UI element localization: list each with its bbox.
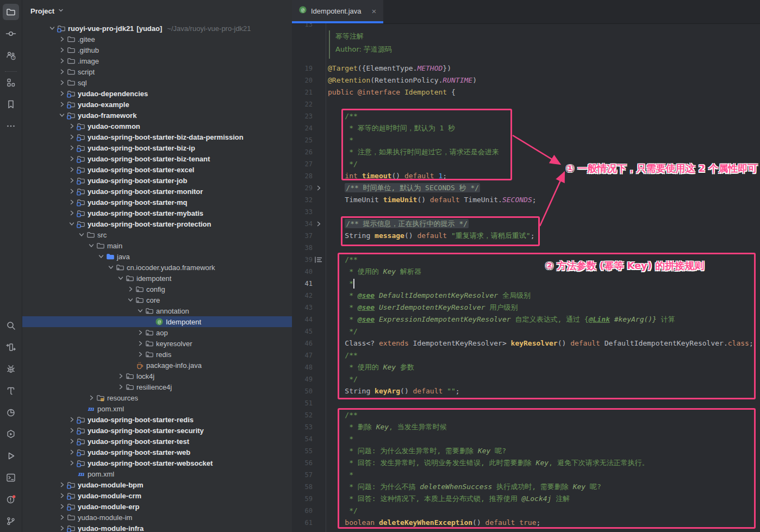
tree-item-java[interactable]: java	[22, 251, 292, 262]
tree-item-resources[interactable]: resources	[22, 392, 292, 403]
chevron-down-icon[interactable]	[116, 275, 126, 281]
build-icon[interactable]	[0, 380, 22, 402]
tree-item-yudao-module-erp[interactable]: yudao-module-erp	[22, 501, 292, 512]
tree-item-yudao-spring-boot-starter-websocket[interactable]: yudao-spring-boot-starter-websocket	[22, 458, 292, 468]
code-line[interactable]: 48 * 使用的 Key 参数	[292, 361, 760, 373]
code-line[interactable]: 33	[292, 206, 760, 218]
tree-item--gitee[interactable]: .gitee	[22, 34, 292, 45]
chevron-right-icon[interactable]	[57, 47, 67, 53]
code-line[interactable]: 61 boolean deleteKeyWhenException() defa…	[292, 517, 760, 529]
structure-icon[interactable]	[0, 72, 22, 93]
code-area[interactable]: 13幂等注解Author: 芋道源码19@Target({ElementType…	[292, 23, 760, 532]
code-line[interactable]: 60 */	[292, 505, 760, 517]
tree-item-config[interactable]: config	[22, 284, 292, 295]
chevron-right-icon[interactable]	[67, 123, 77, 129]
tree-item-annotation[interactable]: annotation	[22, 305, 292, 316]
chevron-right-icon[interactable]	[57, 36, 67, 42]
tree-item-src[interactable]: src	[22, 229, 292, 240]
code-line[interactable]: 21public @interface Idempotent {	[292, 86, 760, 98]
code-line[interactable]: 53 * 删除 Key, 当发生异常时候	[292, 421, 760, 433]
tree-item-keyresolver[interactable]: keyresolver	[22, 338, 292, 349]
transfer-icon[interactable]	[0, 336, 22, 358]
chevron-right-icon[interactable]	[135, 340, 145, 347]
code-line[interactable]: 34 /** 提示信息，正在执行中的提示 */	[292, 218, 760, 230]
gutter-lines-icon[interactable]	[313, 254, 325, 266]
tree-item-yudao-spring-boot-starter-excel[interactable]: yudao-spring-boot-starter-excel	[22, 164, 292, 175]
pull-requests-icon[interactable]: ?	[0, 45, 22, 66]
more-icon[interactable]	[0, 115, 22, 137]
tree-item-yudao-spring-boot-starter-security[interactable]: yudao-spring-boot-starter-security	[22, 425, 292, 436]
code-line[interactable]: 41 *	[292, 278, 760, 290]
chevron-right-icon[interactable]	[67, 449, 77, 455]
chevron-right-icon[interactable]	[116, 373, 126, 379]
tree-item-yudao-framework[interactable]: yudao-framework	[22, 110, 292, 121]
code-line[interactable]: 22	[292, 98, 760, 110]
code-line[interactable]: 58 * 问题: 为什么不搞 deleteWhenSuccess 执行成功时, …	[292, 481, 760, 493]
tree-item-yudao-module-crm[interactable]: yudao-module-crm	[22, 490, 292, 501]
run-icon[interactable]	[0, 445, 22, 467]
code-line[interactable]: 19@Target({ElementType.METHOD})	[292, 62, 760, 74]
code-line[interactable]: 55 * 问题: 为什么发生异常时, 需要删除 Key 呢?	[292, 445, 760, 457]
tree-item-yudao-dependencies[interactable]: yudao-dependencies	[22, 88, 292, 99]
search-icon[interactable]	[0, 315, 22, 336]
tree-item-idempotent[interactable]: @Idempotent	[22, 316, 292, 327]
chevron-right-icon[interactable]	[57, 68, 67, 75]
fold-arrow-icon[interactable]	[313, 182, 325, 194]
chevron-right-icon[interactable]	[57, 481, 67, 488]
code-line[interactable]: 20@Retention(RetentionPolicy.RUNTIME)	[292, 74, 760, 86]
tree-item--github[interactable]: .github	[22, 45, 292, 55]
code-line[interactable]: 37 String message() default "重复请求，请稍后重试"…	[292, 230, 760, 242]
tree-item-yudao-common[interactable]: yudao-common	[22, 121, 292, 132]
profiler-icon[interactable]	[0, 402, 22, 423]
tree-item-yudao-spring-boot-starter-biz-ip[interactable]: yudao-spring-boot-starter-biz-ip	[22, 142, 292, 153]
chevron-right-icon[interactable]	[67, 188, 77, 195]
tree-item-ruoyi-vue-pro-jdk21[interactable]: ruoyi-vue-pro-jdk21[yudao]~/Java/ruoyi-v…	[22, 23, 292, 34]
tree-item-yudao-spring-boot-starter-job[interactable]: yudao-spring-boot-starter-job	[22, 175, 292, 186]
code-line[interactable]: 57 *	[292, 469, 760, 481]
chevron-down-icon[interactable]	[67, 221, 77, 227]
chevron-right-icon[interactable]	[57, 492, 67, 499]
code-line[interactable]: 42 * @see DefaultIdempotentKeyResolver 全…	[292, 290, 760, 302]
code-line[interactable]: 38	[292, 242, 760, 254]
chevron-right-icon[interactable]	[135, 329, 145, 336]
tree-item-yudao-example[interactable]: yudao-example	[22, 99, 292, 110]
code-line[interactable]: 50 String keyArg() default "";	[292, 385, 760, 397]
fold-arrow-icon[interactable]	[313, 218, 325, 230]
debug-icon[interactable]	[0, 358, 22, 380]
code-line[interactable]: 52 /**	[292, 409, 760, 421]
tree-item-main[interactable]: main	[22, 240, 292, 251]
chevron-right-icon[interactable]	[57, 58, 67, 64]
code-line[interactable]: 25 *	[292, 134, 760, 146]
chevron-right-icon[interactable]	[116, 384, 126, 390]
tree-item-yudao-spring-boot-starter-mybatis[interactable]: yudao-spring-boot-starter-mybatis	[22, 208, 292, 218]
code-line[interactable]: 43 * @see UserIdempotentKeyResolver 用户级别	[292, 302, 760, 314]
chevron-right-icon[interactable]	[57, 525, 67, 531]
code-line[interactable]: 51	[292, 397, 760, 409]
tree-item-yudao-spring-boot-starter-monitor[interactable]: yudao-spring-boot-starter-monitor	[22, 186, 292, 197]
code-line[interactable]: 49 */	[292, 373, 760, 385]
chevron-down-icon[interactable]	[106, 264, 116, 271]
chevron-right-icon[interactable]	[67, 438, 77, 445]
problems-icon[interactable]	[0, 489, 22, 510]
tree-item-yudao-spring-boot-starter-web[interactable]: yudao-spring-boot-starter-web	[22, 447, 292, 458]
code-line[interactable]: 32 TimeUnit timeUnit() default TimeUnit.…	[292, 194, 760, 206]
tree-item-yudao-spring-boot-starter-biz-tenant[interactable]: yudao-spring-boot-starter-biz-tenant	[22, 153, 292, 164]
code-line[interactable]: 56 * 回答: 发生异常时, 说明业务发生错误, 此时需要删除 Key, 避免…	[292, 457, 760, 469]
tree-item-yudao-spring-boot-starter-biz-data-permission[interactable]: yudao-spring-boot-starter-biz-data-permi…	[22, 132, 292, 142]
chevron-down-icon[interactable]	[135, 308, 145, 314]
chevron-down-icon[interactable]	[47, 25, 57, 32]
doc-comment-line[interactable]: Author: 芋道源码	[292, 43, 760, 55]
chevron-right-icon[interactable]	[135, 351, 145, 358]
tab-close-icon[interactable]: ×	[372, 7, 377, 15]
chevron-right-icon[interactable]	[67, 460, 77, 466]
chevron-right-icon[interactable]	[67, 166, 77, 173]
chevron-right-icon[interactable]	[126, 286, 135, 292]
code-line[interactable]: 46 Class<? extends IdempotentKeyResolver…	[292, 337, 760, 349]
chevron-right-icon[interactable]	[67, 210, 77, 216]
code-line[interactable]: 59 * 回答: 这种情况下, 本质上是分布式锁, 推荐使用 @Lock4j 注…	[292, 493, 760, 505]
terminal-icon[interactable]	[0, 467, 22, 489]
chevron-right-icon[interactable]	[67, 416, 77, 423]
tree-item-cn-iocoder-yudao-framework[interactable]: cn.iocoder.yudao.framework	[22, 262, 292, 273]
tree-item-yudao-module-im[interactable]: yudao-module-im	[22, 512, 292, 523]
tree-item-yudao-spring-boot-starter-redis[interactable]: yudao-spring-boot-starter-redis	[22, 414, 292, 425]
